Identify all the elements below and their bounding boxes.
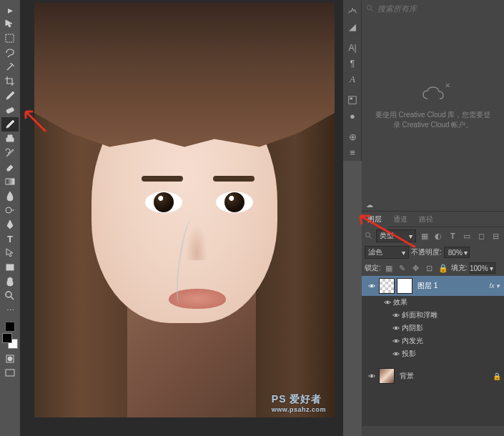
effects-header[interactable]: 效果 [362, 296, 504, 309]
lasso-tool[interactable] [1, 46, 19, 60]
info-icon[interactable]: ● [345, 109, 360, 123]
svg-point-18 [395, 353, 397, 355]
marquee-tool[interactable] [1, 31, 19, 46]
visibility-toggle[interactable] [390, 311, 402, 319]
eyedropper-tool[interactable] [1, 89, 19, 103]
canvas-area: PS 爱好者 www.psahz.com [20, 0, 343, 436]
watermark: PS 爱好者 www.psahz.com [272, 393, 326, 413]
lock-icon: 🔒 [493, 372, 501, 380]
filter-shape-icon[interactable]: ▭ [461, 230, 473, 242]
screen-mode[interactable] [1, 366, 19, 380]
properties-icon[interactable] [345, 93, 360, 107]
layer-name[interactable]: 背景 [400, 371, 414, 381]
type-tool[interactable]: T [1, 232, 19, 246]
dodge-tool[interactable] [1, 203, 19, 217]
svg-rect-9 [349, 96, 357, 104]
layer-mask-thumbnail[interactable] [397, 278, 412, 294]
zoom-tool[interactable] [1, 289, 19, 303]
pen-tool[interactable] [1, 217, 19, 232]
lock-position-icon[interactable]: ✥ [410, 262, 422, 274]
clone-stamp-tool[interactable] [1, 132, 19, 146]
visibility-toggle[interactable] [390, 350, 402, 358]
expand-icon[interactable]: ▸ [1, 3, 19, 17]
svg-rect-1 [6, 107, 14, 114]
cc-cloud-icon: ✕ [422, 86, 445, 101]
svg-rect-4 [6, 264, 14, 270]
svg-point-7 [8, 357, 12, 361]
svg-point-5 [6, 292, 11, 297]
layer-list: 图层 1 fx ▾ 效果 斜面和浮雕 内阴影 内发光 投影 [362, 276, 504, 426]
right-panels: ◢ A| ¶ A ● ⊕ ≡ 搜索所有库 ✕ 要使用 Creative Clou… [343, 0, 504, 436]
libraries-panel: 搜索所有库 ✕ 要使用 Creative Cloud 库，您需要登 录 Crea… [362, 0, 504, 199]
history-brush-tool[interactable] [1, 146, 19, 160]
magic-wand-tool[interactable] [1, 60, 19, 74]
cloud-icon[interactable]: ☁ [366, 201, 373, 209]
filter-smart-icon[interactable]: ◻ [475, 230, 487, 242]
eraser-tool[interactable] [1, 160, 19, 174]
visibility-toggle[interactable] [365, 372, 379, 380]
quickmask-toggle[interactable] [1, 352, 19, 366]
adjustments-icon[interactable]: ⊕ [345, 130, 360, 144]
svg-point-16 [395, 327, 397, 330]
search-input[interactable]: 搜索所有库 [377, 4, 417, 14]
fill-input[interactable]: 100%▾ [470, 262, 495, 274]
effect-item[interactable]: 投影 [362, 347, 504, 360]
brush-tool[interactable] [1, 117, 19, 132]
glyphs-icon[interactable]: A [345, 72, 360, 86]
color-swatches [0, 322, 20, 349]
svg-rect-10 [350, 98, 353, 100]
svg-point-14 [387, 302, 389, 304]
foreground-color-swatch[interactable] [2, 333, 12, 343]
paragraph-icon[interactable]: ¶ [345, 56, 360, 71]
visibility-toggle[interactable] [390, 324, 402, 332]
svg-rect-2 [6, 179, 14, 184]
crop-tool[interactable] [1, 74, 19, 89]
svg-point-3 [6, 207, 11, 213]
edit-toolbar[interactable]: ⋯ [1, 303, 19, 317]
visibility-toggle[interactable] [382, 298, 393, 307]
character-icon[interactable]: A| [345, 41, 360, 55]
blur-tool[interactable] [1, 189, 19, 203]
layer-row[interactable]: 图层 1 fx ▾ [362, 276, 504, 296]
visibility-toggle[interactable] [365, 282, 379, 290]
rectangle-tool[interactable] [1, 260, 19, 274]
cc-signin-message: ✕ 要使用 Creative Cloud 库，您需要登 录 Creative C… [362, 86, 504, 130]
filter-type-icon[interactable]: T [447, 230, 458, 242]
svg-point-11 [367, 6, 372, 10]
search-icon [366, 4, 375, 13]
histogram-icon[interactable] [345, 4, 360, 18]
gradient-tool[interactable] [1, 174, 19, 189]
effect-item[interactable]: 斜面和浮雕 [362, 309, 504, 322]
effect-item[interactable]: 内发光 [362, 335, 504, 347]
fill-label: 填充: [451, 263, 468, 273]
layer-name[interactable]: 图层 1 [417, 281, 438, 291]
lock-all-icon[interactable]: 🔒 [438, 262, 449, 274]
filter-toggle[interactable]: ⊟ [490, 230, 501, 242]
svg-rect-8 [6, 370, 14, 376]
effect-item[interactable]: 内阴影 [362, 322, 504, 335]
color-icon[interactable]: ◢ [345, 19, 360, 34]
default-colors[interactable] [5, 322, 15, 332]
filter-adjust-icon[interactable]: ◐ [433, 230, 445, 242]
visibility-toggle[interactable] [390, 337, 402, 345]
layers-panel: ☁ 图层 通道 路径 类型▾ ▦ ◐ T ▭ ◻ ⊟ 滤色▾ 不透明度: 80%… [362, 199, 504, 436]
hand-tool[interactable] [1, 274, 19, 289]
move-tool[interactable] [1, 17, 19, 31]
styles-icon[interactable]: ≡ [345, 146, 360, 160]
path-selection-tool[interactable] [1, 246, 19, 260]
lock-brush-icon[interactable]: ✎ [397, 262, 408, 274]
healing-brush-tool[interactable] [1, 103, 19, 117]
lock-row: 锁定: ▦ ✎ ✥ ⊡ 🔒 填充: 100%▾ [362, 260, 504, 276]
filter-pixel-icon[interactable]: ▦ [419, 230, 430, 242]
lock-artboard-icon[interactable]: ⊡ [424, 262, 435, 274]
opacity-input[interactable]: 80%▾ [444, 247, 470, 258]
svg-point-19 [371, 375, 373, 377]
svg-rect-0 [6, 34, 14, 42]
layer-thumbnail[interactable] [379, 368, 395, 384]
svg-point-17 [395, 340, 397, 342]
layer-row[interactable]: 背景 🔒 [362, 366, 504, 386]
lock-transparency-icon[interactable]: ▦ [383, 262, 395, 274]
fx-indicator[interactable]: fx ▾ [489, 282, 501, 289]
document-canvas[interactable]: PS 爱好者 www.psahz.com [34, 3, 335, 417]
layer-thumbnail[interactable] [379, 278, 395, 294]
